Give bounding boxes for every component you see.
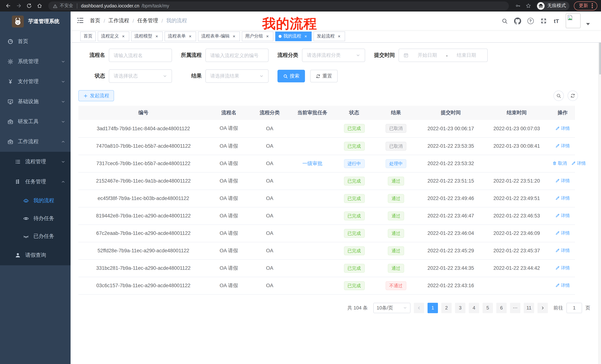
tab-process-form[interactable]: 流程表单 × <box>165 31 196 41</box>
tab-process-form-edit[interactable]: 流程表单-编辑 × <box>198 31 240 41</box>
detail-action-link[interactable]: 详情 <box>555 178 570 184</box>
cell-process-name: OA 请假 <box>208 277 249 294</box>
font-size-icon[interactable]: tT <box>553 17 560 25</box>
table-row[interactable]: 819442e8-7b9a-11ec-a290-acde48001122 OA … <box>78 207 575 224</box>
security-label[interactable]: 不安全 <box>60 3 73 9</box>
reload-icon[interactable] <box>25 1 33 10</box>
page-button-2[interactable]: 2 <box>441 303 452 313</box>
show-search-icon[interactable] <box>553 91 564 101</box>
tab-home[interactable]: 首页 <box>80 31 96 41</box>
page-button-1[interactable]: 1 <box>428 303 438 313</box>
refresh-icon[interactable] <box>568 91 578 101</box>
goto-page-input[interactable] <box>566 303 582 313</box>
table-row[interactable]: 67c2eaab-7b9a-11ec-a290-acde48001122 OA … <box>78 224 575 242</box>
detail-action-link[interactable]: 详情 <box>555 213 570 219</box>
chevron-down-icon <box>259 74 264 78</box>
category-select[interactable]: 请选择流程分类 <box>302 49 365 62</box>
page-button-5[interactable]: 5 <box>482 303 493 313</box>
page-button-4[interactable]: 4 <box>469 303 479 313</box>
detail-action-link[interactable]: 详情 <box>571 160 586 167</box>
sidebar-item-system[interactable]: 系统管理 <box>0 52 70 72</box>
close-icon[interactable]: × <box>231 34 237 39</box>
process-name-input[interactable] <box>109 49 172 62</box>
sidebar-item-task-mgmt[interactable]: 任务管理 <box>0 172 70 192</box>
table-row[interactable]: 7470a810-7b9b-11ec-b5b7-acde48001122 OA … <box>78 137 575 155</box>
breadcrumb-item[interactable]: 首页 <box>90 18 100 24</box>
create-process-button[interactable]: 发起流程 <box>78 90 114 101</box>
breadcrumb-item[interactable]: 工作流程 <box>109 18 129 24</box>
cell-submit-time: 2022-01-22 23:43:16 <box>418 277 483 294</box>
table-row[interactable]: 2152467e-7b9b-11ec-9a1b-acde48001122 OA … <box>78 172 575 190</box>
close-icon[interactable]: × <box>154 34 159 39</box>
result-select[interactable]: 请选择流结果 <box>205 69 269 83</box>
sidebar-item-process-mgmt[interactable]: 流程管理 <box>0 152 70 172</box>
detail-action-link[interactable]: 详情 <box>555 282 570 289</box>
sidebar-item-todo-tasks[interactable]: 待办任务 <box>0 210 70 228</box>
table-row[interactable]: 3ad174fb-7b9d-11ec-8404-acde48001122 OA … <box>78 120 575 137</box>
back-icon[interactable] <box>4 1 13 10</box>
sidebar-item-my-process[interactable]: 我的流程 <box>0 192 70 210</box>
status-select[interactable]: 请选择状态 <box>109 69 172 83</box>
submit-time-range-input[interactable]: 开始日期 - 结束日期 <box>399 49 488 62</box>
table-row[interactable]: 7317cec6-7b9b-11ec-b5b7-acde48001122 OA … <box>78 155 575 172</box>
page-button-11[interactable]: 11 <box>524 303 534 313</box>
avatar-caret-icon[interactable] <box>586 23 590 25</box>
search-icon[interactable] <box>501 17 508 25</box>
sidebar-item-home[interactable]: 首页 <box>0 31 70 52</box>
parent-process-input[interactable] <box>205 49 269 62</box>
more-pages-button[interactable]: ⋯ <box>510 303 521 313</box>
browser-update-button[interactable]: 更新 <box>574 1 597 10</box>
cell-id: 03c6c157-7b9a-11ec-a290-acde48001122 <box>78 277 208 294</box>
window-scrollbar[interactable] <box>598 11 601 364</box>
url-bar[interactable]: 不安全 dashboard.yudao.iocoder.cn/bpm/task/… <box>48 1 509 10</box>
sidebar-item-leave-query[interactable]: 请假查询 <box>0 245 70 265</box>
bookmark-star-icon[interactable] <box>524 1 533 10</box>
sidebar-item-infrastructure[interactable]: 基础设施 <box>0 92 70 112</box>
breadcrumb-item[interactable]: 任务管理 <box>137 18 158 24</box>
close-icon[interactable]: × <box>337 34 342 39</box>
close-icon[interactable]: × <box>121 34 126 39</box>
github-icon[interactable] <box>514 17 521 25</box>
search-button[interactable]: 搜索 <box>278 70 305 82</box>
table-row[interactable]: 03c6c157-7b9a-11ec-a290-acde48001122 OA … <box>78 277 575 294</box>
table-row[interactable]: 331bc281-7b9a-11ec-a290-acde48001122 OA … <box>78 259 575 277</box>
tab-process-definition[interactable]: 流程定义 × <box>98 31 129 41</box>
page-button-3[interactable]: 3 <box>455 303 465 313</box>
reset-button[interactable]: 重置 <box>310 70 338 82</box>
sidebar-item-dev-tools[interactable]: 研发工具 <box>0 112 70 132</box>
detail-action-link[interactable]: 详情 <box>555 125 570 132</box>
cell-current-task: 一级审批 <box>290 155 335 172</box>
close-icon[interactable]: × <box>265 34 270 39</box>
logo-row[interactable]: 芋道管理系统 <box>0 11 70 31</box>
sidebar-item-workflow[interactable]: 工作流程 <box>0 132 70 152</box>
detail-action-link[interactable]: 详情 <box>555 143 570 149</box>
close-icon[interactable]: × <box>303 34 308 39</box>
detail-action-link[interactable]: 详情 <box>555 248 570 254</box>
sidebar-item-done-tasks[interactable]: 已办任务 <box>0 228 70 245</box>
next-page-button[interactable] <box>538 303 548 313</box>
cell-id: 331bc281-7b9a-11ec-a290-acde48001122 <box>78 259 208 277</box>
table-row[interactable]: ec45f38f-7b9a-11ec-b03b-acde48001122 OA … <box>78 190 575 207</box>
key-icon[interactable] <box>513 1 522 10</box>
table-row[interactable]: 52ffd28e-7b9a-11ec-a290-acde48001122 OA … <box>78 242 575 259</box>
close-icon[interactable]: × <box>188 34 193 39</box>
page-size-select[interactable]: 10条/页 <box>373 303 411 313</box>
cancel-action-link[interactable]: 取消 <box>552 160 567 167</box>
help-icon[interactable]: ? <box>527 17 534 25</box>
goto-label: 前往 <box>553 305 563 311</box>
detail-action-link[interactable]: 详情 <box>555 195 570 201</box>
page-button-6[interactable]: 6 <box>496 303 507 313</box>
sidebar-collapse-icon[interactable] <box>77 17 85 25</box>
detail-action-link[interactable]: 详情 <box>555 230 570 236</box>
fullscreen-icon[interactable] <box>540 17 547 25</box>
prev-page-button[interactable] <box>414 303 424 313</box>
browser-menu-icon[interactable] <box>591 3 594 9</box>
tab-start-process[interactable]: 发起流程 × <box>313 31 345 41</box>
forward-icon[interactable] <box>14 1 23 10</box>
current-task-link[interactable]: 一级审批 <box>302 161 322 166</box>
sidebar-item-payment[interactable]: 支付管理 <box>0 72 70 92</box>
tab-process-model[interactable]: 流程模型 × <box>131 31 163 41</box>
home-icon[interactable] <box>35 1 44 10</box>
detail-action-link[interactable]: 详情 <box>555 265 570 271</box>
avatar[interactable] <box>566 13 581 28</box>
